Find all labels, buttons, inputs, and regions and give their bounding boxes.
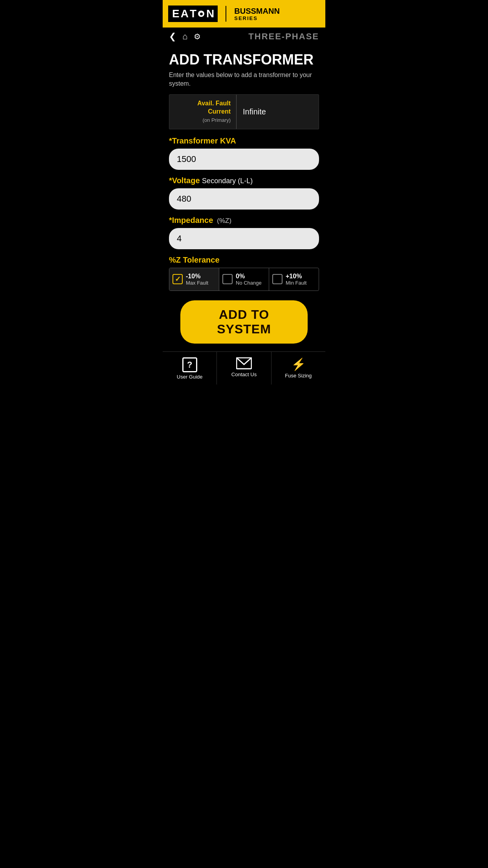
voltage-label-secondary: Secondary (L-L) — [202, 177, 253, 185]
back-button[interactable]: ❮ — [169, 31, 176, 42]
tolerance-desc-0: No Change — [236, 280, 262, 286]
tolerance-option-0[interactable]: 0% No Change — [219, 268, 269, 291]
brand-logo: E A T N BUSSMANN SERIES — [168, 6, 280, 22]
impedance-label-primary: *Impedance — [169, 216, 213, 225]
footer-label-fuse-sizing: Fuse Sizing — [285, 373, 312, 379]
tolerance-option-plus10[interactable]: +10% Min Fault — [269, 268, 319, 291]
tolerance-desc-minus10: Max Fault — [186, 280, 208, 286]
tolerance-option-minus10[interactable]: ✓ -10% Max Fault — [169, 268, 219, 291]
eaton-logo: E A T N — [168, 6, 218, 22]
transformer-kva-label: *Transformer KVA — [169, 136, 319, 145]
transformer-kva-input[interactable] — [169, 149, 319, 170]
footer-item-user-guide[interactable]: ? User Guide — [163, 352, 217, 384]
tolerance-checkbox-0[interactable] — [222, 274, 233, 284]
tolerance-text-minus10: -10% Max Fault — [186, 273, 208, 286]
footer-item-fuse-sizing[interactable]: ⚡ Fuse Sizing — [272, 352, 325, 384]
bussmann-series: SERIES — [234, 15, 280, 21]
home-button[interactable]: ⌂ — [182, 31, 187, 42]
tolerance-desc-plus10: Min Fault — [286, 280, 306, 286]
tolerance-checkbox-minus10[interactable]: ✓ — [172, 274, 183, 284]
fault-label-sub: (on Primary) — [202, 117, 231, 123]
nav-icons: ❮ ⌂ ⚙ — [169, 31, 248, 42]
footer-label-user-guide: User Guide — [177, 374, 203, 380]
voltage-label-primary: *Voltage — [169, 176, 200, 185]
tolerance-options: ✓ -10% Max Fault 0% No Change +10% Min F… — [169, 268, 319, 291]
contact-us-icon — [236, 357, 252, 370]
settings-button[interactable]: ⚙ — [194, 32, 201, 41]
footer-nav: ? User Guide Contact Us ⚡ Fuse Sizing — [163, 351, 325, 384]
footer-item-contact-us[interactable]: Contact Us — [217, 352, 271, 384]
tolerance-percent-0: 0% — [236, 273, 245, 280]
logo-divider — [226, 6, 226, 22]
impedance-label-container: *Impedance (%Z) — [169, 216, 319, 225]
page-title: ADD TRANSFORMER — [169, 52, 319, 68]
tolerance-text-0: 0% No Change — [236, 273, 262, 286]
fault-label-line2: Current — [208, 108, 231, 115]
user-guide-icon: ? — [182, 357, 197, 372]
voltage-label-container: *Voltage Secondary (L-L) — [169, 176, 319, 185]
tolerance-checkbox-plus10[interactable] — [272, 274, 283, 284]
navbar: ❮ ⌂ ⚙ THREE-PHASE — [163, 28, 325, 46]
fault-value: Infinite — [237, 95, 319, 129]
add-btn-container: ADD TO SYSTEM — [169, 300, 319, 344]
bussmann-brand: BUSSMANN SERIES — [234, 7, 280, 21]
page-description: Enter the values below to add a transfor… — [169, 71, 319, 88]
tolerance-percent-minus10: -10% — [186, 273, 200, 280]
eaton-dot-icon — [198, 11, 204, 17]
fuse-sizing-icon: ⚡ — [291, 357, 306, 371]
header: E A T N BUSSMANN SERIES — [163, 0, 325, 28]
impedance-label-secondary: (%Z) — [217, 217, 231, 225]
voltage-input[interactable] — [169, 188, 319, 210]
main-content: ADD TRANSFORMER Enter the values below t… — [163, 46, 325, 351]
tolerance-label: %Z Tolerance — [169, 256, 319, 265]
page-mode-title: THREE-PHASE — [248, 31, 319, 42]
tolerance-text-plus10: +10% Min Fault — [286, 273, 306, 286]
footer-label-contact-us: Contact Us — [231, 371, 257, 377]
fault-current-table: Avail. Fault Current (on Primary) Infini… — [169, 94, 319, 129]
fault-label: Avail. Fault Current (on Primary) — [169, 95, 237, 129]
checkmark-icon: ✓ — [175, 275, 181, 283]
bussmann-name: BUSSMANN — [234, 7, 280, 15]
tolerance-percent-plus10: +10% — [286, 273, 302, 280]
impedance-input[interactable] — [169, 228, 319, 249]
add-to-system-button[interactable]: ADD TO SYSTEM — [180, 300, 308, 344]
fault-label-line1: Avail. Fault — [197, 100, 231, 107]
